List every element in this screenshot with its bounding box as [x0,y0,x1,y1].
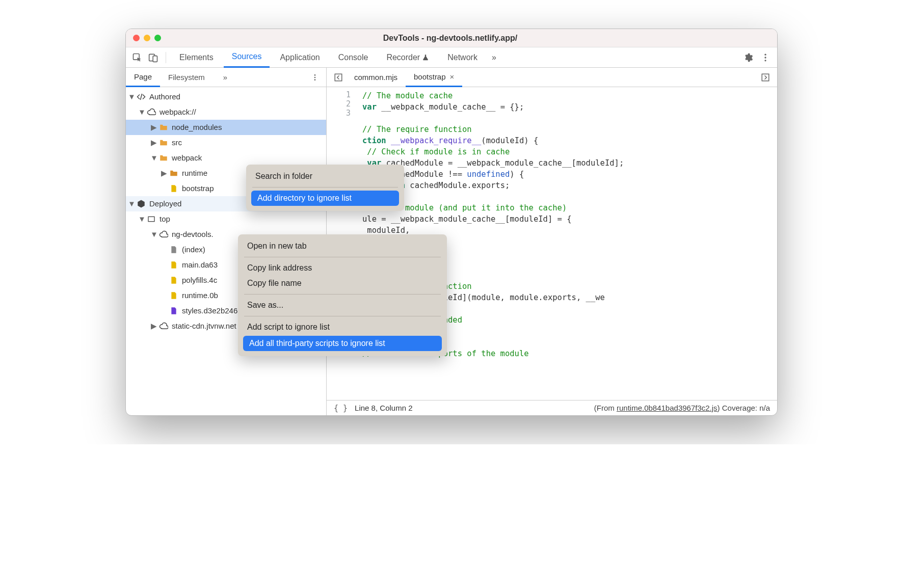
main-tabstrip: Elements Sources Application Console Rec… [126,47,777,68]
svg-rect-2 [153,56,157,62]
tab-label: bootstrap [414,72,446,81]
tree-group-authored[interactable]: ▼ Authored [126,89,326,104]
folder-icon [169,168,179,178]
svg-point-5 [764,60,766,61]
window-title: DevTools - ng-devtools.netlify.app/ [161,34,739,43]
tree-label: node_modules [172,120,222,135]
tree-label: (index) [182,243,205,257]
titlebar: DevTools - ng-devtools.netlify.app/ [126,29,777,47]
tree-label: runtime.0b [182,288,218,303]
tab-network[interactable]: Network [439,47,486,68]
js-file-icon [169,290,179,301]
js-file-icon [169,275,179,285]
ctx-search-in-folder[interactable]: Search in folder [246,169,404,184]
context-menu-folder: Search in folder Add directory to ignore… [246,165,404,211]
css-file-icon [169,306,179,316]
tab-console[interactable]: Console [330,47,377,68]
tab-sources[interactable]: Sources [224,47,270,68]
sidebar-kebab-icon[interactable] [304,73,326,82]
document-icon [169,245,179,255]
deployed-icon [136,199,146,209]
close-window-button[interactable] [133,35,140,41]
svg-point-7 [314,76,316,78]
pretty-print-icon[interactable]: { } [334,404,348,413]
cloud-icon [158,229,169,239]
tree-item-src[interactable]: ▶ src [126,135,326,150]
folder-icon [158,122,169,132]
folder-icon [158,153,169,163]
svg-point-3 [764,54,766,55]
minimize-window-button[interactable] [144,35,150,41]
editor-tab-common[interactable]: common.mjs [346,68,406,87]
editor-tabstrip: common.mjs bootstrap × [327,68,777,87]
frame-icon [146,214,156,224]
svg-point-6 [314,74,316,76]
tabs-overflow[interactable]: » [488,47,500,68]
coverage-info: (From runtime.0b841bad3967f3c2.js) Cover… [594,404,770,412]
devtools-window: DevTools - ng-devtools.netlify.app/ Elem… [125,29,778,416]
device-toggle-icon[interactable] [146,50,161,65]
js-file-icon [169,260,179,270]
svg-rect-9 [148,217,154,221]
tree-label: static-cdn.jtvnw.net [172,319,236,333]
tab-recorder[interactable]: Recorder [378,47,437,68]
svg-rect-10 [335,74,342,81]
code-icon [136,92,146,102]
cloud-icon [146,107,156,117]
editor-statusbar: { } Line 8, Column 2 (From runtime.0b841… [327,400,777,415]
settings-icon[interactable] [740,50,756,65]
source-link[interactable]: runtime.0b841bad3967f3c2.js [617,404,718,412]
sidebar-tabs-overflow[interactable]: » [215,68,235,87]
kebab-menu-icon[interactable] [758,50,773,65]
context-menu-file: Open in new tab Copy link address Copy f… [238,234,447,356]
tree-label: Authored [149,90,180,104]
ctx-copy-link-address[interactable]: Copy link address [238,260,447,276]
tree-label: src [172,136,182,150]
tree-label: Deployed [149,197,181,211]
tree-label: bootstrap [182,181,214,196]
sidebar-tab-page[interactable]: Page [126,68,160,87]
tree-item-webpack-folder[interactable]: ▼ webpack [126,150,326,166]
ctx-separator [244,257,441,257]
tab-label: common.mjs [354,73,397,82]
sidebar-tab-filesystem[interactable]: Filesystem [160,68,213,87]
ctx-copy-file-name[interactable]: Copy file name [238,276,447,291]
tree-label: ng-devtools. [172,227,214,242]
folder-icon [158,138,169,148]
ctx-separator [244,316,441,316]
ctx-add-directory-ignore[interactable]: Add directory to ignore list [251,191,399,206]
tree-item-node-modules[interactable]: ▶ node_modules [126,120,326,135]
inspect-icon[interactable] [130,50,144,65]
nav-forward-icon[interactable] [761,73,770,82]
ctx-save-as[interactable]: Save as... [238,298,447,313]
tree-label: runtime [182,166,207,180]
ctx-open-in-new-tab[interactable]: Open in new tab [238,238,447,254]
close-tab-icon[interactable]: × [450,72,455,81]
js-file-icon [169,183,179,194]
svg-rect-11 [762,74,769,81]
ctx-separator [252,187,398,188]
svg-point-4 [764,57,766,58]
window-controls [133,35,161,41]
ctx-separator [244,294,441,295]
tree-label: webpack [172,151,202,165]
ctx-add-script-ignore[interactable]: Add script to ignore list [238,319,447,335]
tab-elements[interactable]: Elements [171,47,222,68]
tree-label: main.da63 [182,258,218,272]
divider [166,52,166,63]
nav-back-icon[interactable] [334,73,343,82]
cursor-position: Line 8, Column 2 [355,404,412,412]
tree-label: top [160,212,170,226]
tree-item-top[interactable]: ▼ top [126,211,326,227]
zoom-window-button[interactable] [154,35,161,41]
sidebar-tabstrip: Page Filesystem » [126,68,326,87]
flask-icon [422,54,429,62]
tab-recorder-label: Recorder [386,53,420,62]
cloud-icon [158,321,169,331]
editor-tab-bootstrap[interactable]: bootstrap × [406,68,462,87]
tree-label: webpack:// [160,105,196,119]
tree-item-webpack-scheme[interactable]: ▼ webpack:// [126,104,326,120]
tree-label: polyfills.4c [182,273,217,287]
tab-application[interactable]: Application [272,47,328,68]
ctx-add-all-third-party-ignore[interactable]: Add all third-party scripts to ignore li… [243,336,442,351]
